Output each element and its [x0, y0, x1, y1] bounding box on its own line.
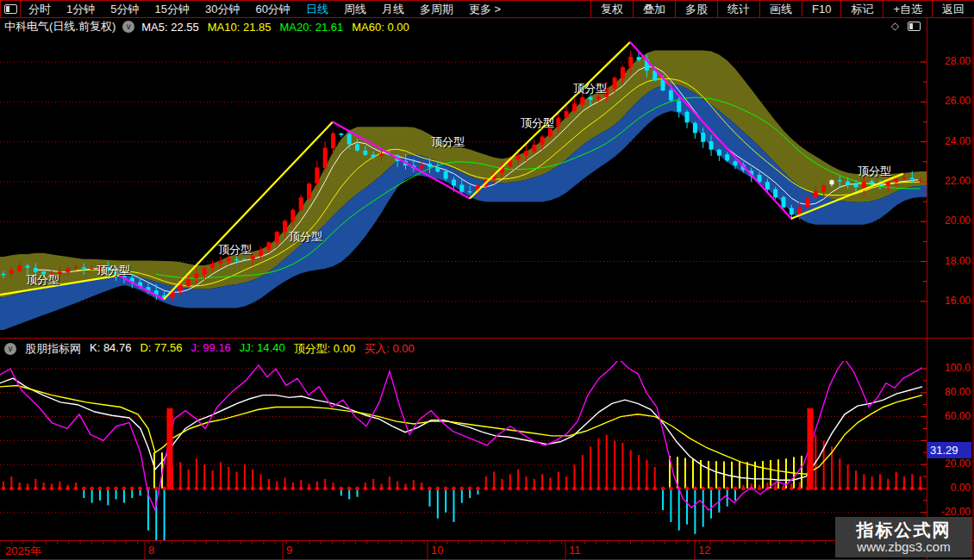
stock-info-row: 中科电气(日线.前复权) ∨ MA5: 22.55MA10: 21.85MA20…	[0, 18, 914, 35]
ma-value: MA5: 22.55	[141, 21, 199, 34]
x-axis-month-label: 9	[286, 544, 292, 557]
menu-item[interactable]: 60分钟	[247, 2, 297, 17]
menu-item[interactable]: 画线	[759, 1, 802, 18]
menu-item[interactable]: 多股	[675, 1, 717, 18]
indicator-value: 顶分型: 0.00	[294, 341, 356, 357]
indicator-axis-label: 100.0	[929, 362, 971, 374]
menu-item[interactable]: 复权	[590, 1, 633, 18]
menu-item[interactable]: 标记	[840, 1, 883, 18]
fractal-label: 顶分型	[573, 81, 607, 96]
x-axis-month-label: 12	[698, 544, 710, 557]
menubar-left: 分时1分钟5分钟15分钟30分钟60分钟日线周线月线多周期更多 >	[21, 2, 509, 17]
fractal-label: 顶分型	[431, 134, 465, 150]
fractal-label: 顶分型	[858, 164, 891, 179]
menu-item[interactable]: 15分钟	[147, 2, 197, 17]
price-axis-label: 26.00	[929, 95, 971, 107]
indicator-axis-label: 80.00	[929, 386, 971, 398]
menu-item[interactable]: 叠加	[633, 1, 675, 18]
split-view-icon	[4, 4, 17, 14]
fractal-label: 顶分型	[521, 115, 554, 131]
price-axis-label: 28.00	[929, 55, 971, 67]
menu-item[interactable]: 1分钟	[59, 2, 103, 17]
x-axis-month-label: 8	[148, 544, 154, 557]
menu-item[interactable]: 5分钟	[103, 2, 147, 17]
price-axis-label: 16.00	[929, 295, 971, 307]
stock-title: 中科电气(日线.前复权)	[4, 19, 116, 34]
indicator-value: 买入: 0.00	[364, 341, 415, 357]
price-axis-label: 18.00	[929, 255, 971, 267]
x-axis-month-label: 11	[569, 544, 581, 557]
price-axis-label: 20.00	[929, 215, 971, 227]
indicator-axis-label: 0.00	[929, 482, 971, 494]
fractal-label: 顶分型	[26, 272, 59, 288]
menu-item[interactable]: 月线	[374, 2, 412, 17]
watermark-url: www.zbgs3.com	[857, 539, 950, 555]
indicator-value: JJ: 14.40	[240, 341, 285, 357]
ma-value: MA60: 0.00	[352, 21, 409, 34]
menu-item[interactable]: 日线	[298, 2, 336, 17]
layout-split-button[interactable]	[0, 1, 21, 17]
fractal-label: 顶分型	[289, 229, 322, 245]
menu-item[interactable]: 多周期	[412, 2, 461, 17]
fractal-label: 顶分型	[97, 263, 130, 278]
price-axis-label: 24.00	[929, 135, 971, 147]
x-axis-month-label: 10	[431, 544, 443, 557]
indicator-value: K: 84.76	[90, 341, 131, 357]
trading-app-window: 分时1分钟5分钟15分钟30分钟60分钟日线周线月线多周期更多 > 复权叠加多股…	[0, 0, 974, 560]
menubar-right: 复权叠加多股统计画线F10标记+自选返回	[590, 1, 974, 17]
period-menubar: 分时1分钟5分钟15分钟30分钟60分钟日线周线月线多周期更多 > 复权叠加多股…	[0, 0, 974, 18]
x-axis-year-label: 2025年	[5, 544, 41, 559]
indicator-values: K: 84.76D: 77.56J: 99.16JJ: 14.40顶分型: 0.…	[90, 341, 415, 357]
info-row-icons: ◇	[891, 21, 921, 31]
watermark-title: 指标公式网	[857, 520, 952, 539]
indicator-name: 股朋指标网	[25, 341, 81, 357]
chart-canvas[interactable]	[0, 0, 974, 560]
diamond-icon[interactable]: ◇	[891, 21, 899, 31]
indicator-axis-label: 60.00	[929, 410, 971, 422]
menu-item[interactable]: +自选	[883, 1, 932, 18]
menu-item[interactable]: 返回	[932, 1, 974, 18]
collapse-chevron-icon[interactable]: ∨	[4, 343, 16, 355]
price-axis-label: 22.00	[929, 175, 971, 187]
menu-item[interactable]: 分时	[21, 2, 59, 17]
ma-value: MA20: 21.61	[280, 21, 344, 34]
indicator-axis-label: 20.00	[929, 457, 971, 470]
menu-item[interactable]: 统计	[717, 1, 759, 18]
indicator-value: J: 99.16	[191, 341, 231, 357]
menu-item[interactable]: 周线	[336, 2, 374, 17]
indicator-value: D: 77.56	[140, 341, 182, 357]
menu-item[interactable]: 30分钟	[197, 2, 247, 17]
indicator-value-badge: 31.29	[927, 442, 971, 458]
indicator-axis-label: -20.00	[929, 506, 971, 518]
menu-item[interactable]: F10	[802, 2, 840, 16]
watermark-box: 指标公式网 www.zbgs3.com	[835, 517, 972, 557]
indicator-header: ∨ 股朋指标网 K: 84.76D: 77.56J: 99.16JJ: 14.4…	[0, 339, 415, 358]
fractal-label: 顶分型	[218, 242, 252, 258]
collapse-chevron-icon[interactable]: ∨	[122, 21, 134, 33]
ma-value: MA10: 21.85	[208, 21, 272, 34]
ma-values: MA5: 22.55MA10: 21.85MA20: 21.61MA60: 0.…	[141, 21, 409, 34]
split-view-icon[interactable]	[908, 22, 921, 31]
menu-item[interactable]: 更多 >	[461, 2, 509, 17]
